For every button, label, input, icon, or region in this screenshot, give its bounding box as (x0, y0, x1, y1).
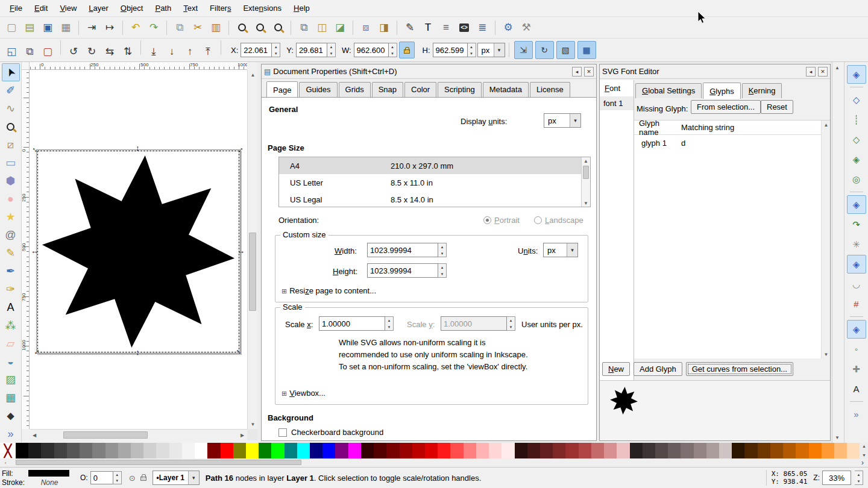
stroke-value[interactable]: None (28, 478, 71, 487)
reset-button[interactable]: Reset (761, 100, 793, 114)
scroll-up-icon[interactable]: ▲ (832, 63, 842, 72)
palette-end-arrows[interactable]: ▲▼ (860, 443, 868, 458)
palette-swatch[interactable] (41, 443, 54, 458)
palette-swatch[interactable] (246, 443, 259, 458)
page-size-scrollbar[interactable]: ▲▼ (581, 157, 590, 207)
page-size-row[interactable]: A4210.0 x 297.0 mm (279, 157, 590, 174)
document-properties-button[interactable]: ⚙ (500, 19, 517, 36)
raise-to-top-button[interactable]: ⤒ (200, 43, 216, 60)
eraser-tool-button[interactable]: ▱ (2, 334, 20, 352)
preferences-button[interactable]: ⚒ (518, 19, 535, 36)
matching-string-column[interactable]: Matching string (681, 123, 734, 132)
palette-swatch[interactable] (233, 443, 246, 458)
close-icon[interactable]: ✕ (584, 67, 594, 77)
flip-vertical-button[interactable]: ⇅ (119, 43, 136, 60)
palette-swatch[interactable] (374, 443, 386, 458)
docprops-titlebar[interactable]: ▤ Document Properties (Shift+Ctrl+D) ◂ ✕ (262, 64, 596, 79)
bucket-tool-button[interactable]: ◒ (2, 352, 20, 371)
tab-license[interactable]: License (530, 82, 570, 97)
palette-scroll-thumb[interactable] (16, 460, 301, 465)
w-spinner[interactable]: ▲▼ (389, 43, 397, 57)
new-document-button[interactable]: ▢ (3, 19, 20, 36)
palette-swatch[interactable] (335, 443, 348, 458)
palette-swatch[interactable] (221, 443, 233, 458)
palette-swatch[interactable] (681, 443, 693, 458)
palette-swatch[interactable] (565, 443, 578, 458)
snap-overflow-button[interactable]: » (847, 405, 866, 424)
snap-bbox-corners-button[interactable]: ◇ (847, 130, 866, 149)
palette-swatch[interactable] (744, 443, 757, 458)
glyph-list-scrollbar[interactable]: ▲ ▼ (821, 120, 830, 358)
palette-swatch[interactable] (617, 443, 629, 458)
tab-snap[interactable]: Snap (372, 82, 403, 97)
scroll-down-icon[interactable]: ▼ (248, 419, 258, 429)
snap-line-midpoints-button[interactable]: # (847, 295, 866, 313)
font-list-item[interactable]: font 1 (600, 96, 634, 110)
palette-swatch[interactable] (156, 443, 169, 458)
select-all-layers-button[interactable]: ⧉ (21, 43, 38, 60)
menu-path[interactable]: Path (149, 1, 177, 15)
tab-page[interactable]: Page (266, 81, 298, 98)
palette-swatch[interactable] (182, 443, 195, 458)
scale-stroke-toggle-button[interactable]: ⇲ (514, 41, 533, 59)
xml-editor-button[interactable]: <> (456, 19, 473, 36)
palette-swatch[interactable] (80, 443, 92, 458)
snap-cusp-nodes-button[interactable]: ◈ (847, 255, 866, 274)
height-field[interactable]: 1023.99994 (367, 263, 438, 278)
palette-swatch[interactable] (655, 443, 668, 458)
snap-object-centers-button[interactable]: ◦ (847, 340, 866, 358)
layer-selector[interactable]: •Layer 1▾ (153, 471, 200, 485)
opacity-spinner[interactable]: ▲▼ (113, 471, 122, 484)
palette-swatch[interactable] (579, 443, 591, 458)
palette-swatch[interactable] (834, 443, 847, 458)
group-button[interactable]: ⧈ (357, 19, 374, 36)
layer-lock-icon[interactable] (140, 477, 146, 481)
tab-color[interactable]: Color (404, 82, 436, 97)
menu-object[interactable]: Object (115, 1, 149, 15)
scroll-up-icon[interactable]: ▲ (822, 120, 831, 129)
canvas-hscrollbar[interactable]: ◀ ▶ (30, 429, 247, 440)
from-selection-button[interactable]: From selection... (691, 100, 761, 114)
palette-swatch[interactable] (105, 443, 118, 458)
snap-bbox-centers-button[interactable]: ◎ (847, 170, 866, 189)
snap-bbox-edges-button[interactable]: ┊ (847, 110, 866, 129)
snap-smooth-nodes-button[interactable]: ◡ (847, 275, 866, 293)
palette-scrollbar[interactable]: ‹ › (0, 458, 868, 467)
copy-button[interactable]: ⧉ (171, 19, 188, 36)
palette-swatch[interactable] (783, 443, 796, 458)
rotate-cw-button[interactable]: ↻ (83, 43, 100, 60)
ellipse-tool-button[interactable]: ● (2, 190, 20, 208)
palette-swatch[interactable] (822, 443, 834, 458)
move-patterns-toggle-button[interactable]: ▦ (577, 41, 596, 59)
snap-path-intersections-button[interactable]: ✳ (847, 235, 866, 254)
scale-x-spinner[interactable]: ▲▼ (385, 316, 394, 331)
snap-bbox-edge-midpoints-button[interactable]: ◈ (847, 150, 866, 169)
lower-one-step-button[interactable]: ↓ (163, 43, 180, 60)
palette-swatch[interactable] (502, 443, 514, 458)
snap-rotation-centers-button[interactable]: ✚ (847, 360, 866, 378)
star-tool-button[interactable]: ★ (2, 208, 20, 226)
palette-swatch[interactable] (271, 443, 284, 458)
duplicate-button[interactable]: ⧉ (295, 19, 312, 36)
gradient-tool-button[interactable]: ▨ (2, 371, 20, 389)
zoom-tool-button[interactable] (2, 117, 20, 136)
height-spinner[interactable]: ▲▼ (438, 263, 447, 278)
mesh-tool-button[interactable]: ▦ (2, 389, 20, 407)
dock-collapse-button[interactable]: ◂ (806, 67, 816, 77)
y-field[interactable]: 29.681 (296, 43, 327, 57)
h-spinner[interactable]: ▲▼ (468, 43, 476, 57)
snap-others-button[interactable]: ◈ (847, 320, 866, 339)
palette-swatch[interactable] (706, 443, 719, 458)
box3d-tool-button[interactable]: ⬢ (2, 172, 20, 190)
canvas-vscrollbar[interactable]: ▲ ▼ (247, 70, 257, 429)
palette-swatch[interactable] (400, 443, 412, 458)
ungroup-button[interactable]: ◨ (376, 19, 392, 36)
menu-extensions[interactable]: Extensions (237, 1, 288, 15)
palette-swatch[interactable] (540, 443, 553, 458)
scale-handle-n[interactable]: ↕ (136, 144, 140, 152)
palette-swatch[interactable] (386, 443, 399, 458)
palette-swatch[interactable] (476, 443, 489, 458)
menu-help[interactable]: Help (288, 1, 316, 15)
display-units-combo[interactable]: px▾ (544, 113, 581, 128)
palette-swatch[interactable] (464, 443, 476, 458)
